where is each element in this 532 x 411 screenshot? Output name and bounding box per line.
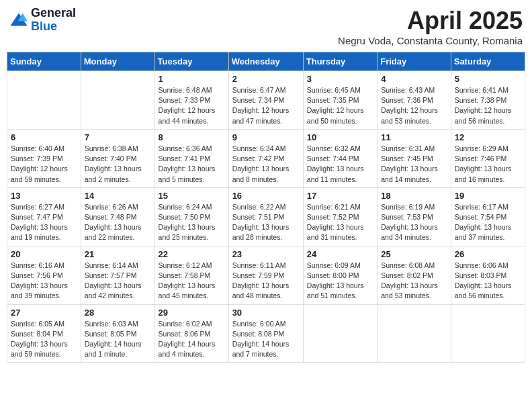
- day-info: Sunrise: 6:26 AMSunset: 7:48 PMDaylight:…: [85, 202, 151, 243]
- calendar-cell: 26Sunrise: 6:06 AMSunset: 8:03 PMDayligh…: [451, 246, 525, 304]
- day-number: 9: [232, 132, 300, 142]
- day-number: 28: [85, 308, 151, 318]
- calendar-cell: 16Sunrise: 6:22 AMSunset: 7:51 PMDayligh…: [228, 187, 303, 246]
- calendar-cell: 14Sunrise: 6:26 AMSunset: 7:48 PMDayligh…: [81, 187, 154, 246]
- day-number: 13: [11, 191, 77, 201]
- calendar-row: 6Sunrise: 6:40 AMSunset: 7:39 PMDaylight…: [7, 129, 525, 187]
- page-header: General Blue April 2025 Negru Voda, Cons…: [7, 7, 525, 46]
- calendar-cell: 24Sunrise: 6:09 AMSunset: 8:00 PMDayligh…: [303, 246, 377, 304]
- calendar-header: SundayMondayTuesdayWednesdayThursdayFrid…: [7, 52, 525, 71]
- calendar-cell: 25Sunrise: 6:08 AMSunset: 8:02 PMDayligh…: [378, 246, 451, 304]
- calendar-cell: 5Sunrise: 6:41 AMSunset: 7:38 PMDaylight…: [451, 71, 525, 130]
- day-number: 15: [159, 191, 225, 201]
- calendar-cell: 28Sunrise: 6:03 AMSunset: 8:05 PMDayligh…: [81, 304, 154, 363]
- calendar-cell: 4Sunrise: 6:43 AMSunset: 7:36 PMDaylight…: [378, 71, 451, 130]
- logo-general: General: [31, 7, 76, 20]
- day-number: 6: [11, 132, 77, 142]
- calendar-cell: 2Sunrise: 6:47 AMSunset: 7:34 PMDaylight…: [228, 71, 303, 130]
- calendar-cell: 29Sunrise: 6:02 AMSunset: 8:06 PMDayligh…: [154, 304, 228, 363]
- calendar-body: 1Sunrise: 6:48 AMSunset: 7:33 PMDaylight…: [7, 71, 525, 363]
- day-number: 14: [85, 191, 151, 201]
- day-info: Sunrise: 6:22 AMSunset: 7:51 PMDaylight:…: [232, 202, 300, 243]
- day-number: 12: [455, 132, 521, 142]
- day-info: Sunrise: 6:27 AMSunset: 7:47 PMDaylight:…: [11, 202, 77, 243]
- day-info: Sunrise: 6:16 AMSunset: 7:56 PMDaylight:…: [11, 261, 77, 302]
- day-info: Sunrise: 6:21 AMSunset: 7:52 PMDaylight:…: [307, 202, 373, 243]
- calendar-cell: 10Sunrise: 6:32 AMSunset: 7:44 PMDayligh…: [303, 129, 377, 187]
- header-cell-thursday: Thursday: [303, 52, 377, 71]
- day-number: 2: [232, 74, 300, 84]
- day-number: 29: [159, 308, 225, 318]
- day-number: 5: [455, 74, 521, 84]
- day-number: 23: [232, 249, 300, 259]
- calendar-cell: 7Sunrise: 6:38 AMSunset: 7:40 PMDaylight…: [81, 129, 154, 187]
- calendar-cell: 22Sunrise: 6:12 AMSunset: 7:58 PMDayligh…: [154, 246, 228, 304]
- day-info: Sunrise: 6:02 AMSunset: 8:06 PMDaylight:…: [159, 319, 225, 360]
- header-cell-tuesday: Tuesday: [154, 52, 228, 71]
- calendar-cell: 1Sunrise: 6:48 AMSunset: 7:33 PMDaylight…: [154, 71, 228, 130]
- day-info: Sunrise: 6:08 AMSunset: 8:02 PMDaylight:…: [381, 261, 447, 302]
- calendar-cell: 27Sunrise: 6:05 AMSunset: 8:04 PMDayligh…: [7, 304, 81, 363]
- day-info: Sunrise: 6:17 AMSunset: 7:54 PMDaylight:…: [455, 202, 521, 243]
- day-info: Sunrise: 6:34 AMSunset: 7:42 PMDaylight:…: [232, 144, 300, 185]
- day-info: Sunrise: 6:24 AMSunset: 7:50 PMDaylight:…: [159, 202, 225, 243]
- day-number: 8: [159, 132, 225, 142]
- day-info: Sunrise: 6:45 AMSunset: 7:35 PMDaylight:…: [307, 85, 373, 126]
- header-cell-wednesday: Wednesday: [228, 52, 303, 71]
- header-cell-monday: Monday: [81, 52, 154, 71]
- header-cell-sunday: Sunday: [7, 52, 81, 71]
- day-info: Sunrise: 6:43 AMSunset: 7:36 PMDaylight:…: [381, 85, 447, 126]
- calendar-cell: [7, 71, 81, 130]
- day-info: Sunrise: 6:29 AMSunset: 7:46 PMDaylight:…: [455, 144, 521, 185]
- calendar-cell: 21Sunrise: 6:14 AMSunset: 7:57 PMDayligh…: [81, 246, 154, 304]
- day-info: Sunrise: 6:32 AMSunset: 7:44 PMDaylight:…: [307, 144, 373, 185]
- calendar-row: 20Sunrise: 6:16 AMSunset: 7:56 PMDayligh…: [7, 246, 525, 304]
- calendar-row: 13Sunrise: 6:27 AMSunset: 7:47 PMDayligh…: [7, 187, 525, 246]
- day-number: 26: [455, 249, 521, 259]
- day-number: 4: [381, 74, 447, 84]
- day-number: 21: [85, 249, 151, 259]
- day-number: 11: [381, 132, 447, 142]
- day-info: Sunrise: 6:41 AMSunset: 7:38 PMDaylight:…: [455, 85, 521, 126]
- day-number: 18: [381, 191, 447, 201]
- calendar-cell: 17Sunrise: 6:21 AMSunset: 7:52 PMDayligh…: [303, 187, 377, 246]
- logo-icon: [9, 11, 28, 30]
- calendar-cell: 12Sunrise: 6:29 AMSunset: 7:46 PMDayligh…: [451, 129, 525, 187]
- header-cell-friday: Friday: [378, 52, 451, 71]
- day-info: Sunrise: 6:09 AMSunset: 8:00 PMDaylight:…: [307, 261, 373, 302]
- day-number: 17: [307, 191, 373, 201]
- day-number: 19: [455, 191, 521, 201]
- day-info: Sunrise: 6:03 AMSunset: 8:05 PMDaylight:…: [85, 319, 151, 360]
- day-number: 22: [159, 249, 225, 259]
- calendar-cell: 8Sunrise: 6:36 AMSunset: 7:41 PMDaylight…: [154, 129, 228, 187]
- day-info: Sunrise: 6:47 AMSunset: 7:34 PMDaylight:…: [232, 85, 300, 126]
- day-info: Sunrise: 6:19 AMSunset: 7:53 PMDaylight:…: [381, 202, 447, 243]
- calendar-cell: 20Sunrise: 6:16 AMSunset: 7:56 PMDayligh…: [7, 246, 81, 304]
- calendar-cell: 15Sunrise: 6:24 AMSunset: 7:50 PMDayligh…: [154, 187, 228, 246]
- day-info: Sunrise: 6:36 AMSunset: 7:41 PMDaylight:…: [159, 144, 225, 185]
- calendar-cell: [303, 304, 377, 363]
- day-info: Sunrise: 6:00 AMSunset: 8:08 PMDaylight:…: [232, 319, 300, 360]
- calendar-cell: [81, 71, 154, 130]
- calendar-cell: 9Sunrise: 6:34 AMSunset: 7:42 PMDaylight…: [228, 129, 303, 187]
- day-info: Sunrise: 6:11 AMSunset: 7:59 PMDaylight:…: [232, 261, 300, 302]
- day-info: Sunrise: 6:38 AMSunset: 7:40 PMDaylight:…: [85, 144, 151, 185]
- day-info: Sunrise: 6:40 AMSunset: 7:39 PMDaylight:…: [11, 144, 77, 185]
- day-number: 3: [307, 74, 373, 84]
- calendar-table: SundayMondayTuesdayWednesdayThursdayFrid…: [7, 52, 525, 363]
- month-year: April 2025: [338, 7, 523, 35]
- day-number: 20: [11, 249, 77, 259]
- calendar-cell: [378, 304, 451, 363]
- calendar-cell: 30Sunrise: 6:00 AMSunset: 8:08 PMDayligh…: [228, 304, 303, 363]
- logo-text: General Blue: [31, 7, 76, 34]
- calendar-cell: 13Sunrise: 6:27 AMSunset: 7:47 PMDayligh…: [7, 187, 81, 246]
- day-info: Sunrise: 6:31 AMSunset: 7:45 PMDaylight:…: [381, 144, 447, 185]
- day-number: 1: [159, 74, 225, 84]
- calendar-row: 1Sunrise: 6:48 AMSunset: 7:33 PMDaylight…: [7, 71, 525, 130]
- day-info: Sunrise: 6:14 AMSunset: 7:57 PMDaylight:…: [85, 261, 151, 302]
- day-number: 10: [307, 132, 373, 142]
- calendar-cell: 23Sunrise: 6:11 AMSunset: 7:59 PMDayligh…: [228, 246, 303, 304]
- logo: General Blue: [9, 7, 76, 34]
- header-row: SundayMondayTuesdayWednesdayThursdayFrid…: [7, 52, 525, 71]
- calendar-cell: 11Sunrise: 6:31 AMSunset: 7:45 PMDayligh…: [378, 129, 451, 187]
